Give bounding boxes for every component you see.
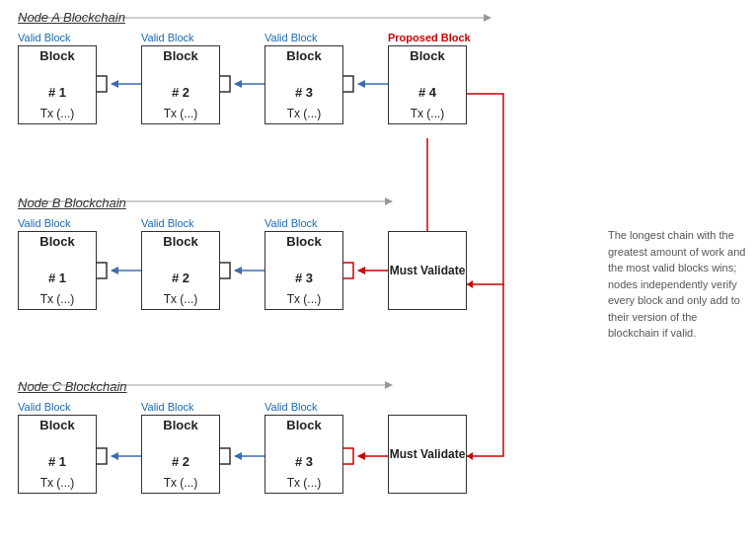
svg-marker-1 xyxy=(484,14,491,22)
block-c2: Block # 2 Tx (...) xyxy=(141,415,220,494)
svg-marker-26 xyxy=(467,280,473,288)
block-b3-valid-label: Valid Block xyxy=(265,213,318,231)
block-c3: Block # 3 Tx (...) xyxy=(265,415,343,494)
node-b-label: Node B Blockchain xyxy=(18,194,126,211)
block-b2-valid-label: Valid Block xyxy=(141,213,194,231)
node-c-label: Node C Blockchain xyxy=(18,377,127,395)
block-b2: Block # 2 Tx (...) xyxy=(141,231,220,310)
svg-marker-3 xyxy=(385,197,393,205)
block-a3: Block # 3 Tx (...) xyxy=(265,45,343,124)
block-b1-valid-label: Valid Block xyxy=(18,213,71,231)
block-a4-proposed-label: Proposed Block xyxy=(388,28,471,45)
block-a2-valid-label: Valid Block xyxy=(141,28,194,45)
side-note: The longest chain with the greatest amou… xyxy=(608,227,746,342)
block-c1: Block # 1 Tx (...) xyxy=(18,415,97,494)
svg-marker-5 xyxy=(385,381,393,389)
block-b3: Block # 3 Tx (...) xyxy=(265,231,343,310)
block-a3-valid-label: Valid Block xyxy=(265,28,318,45)
svg-marker-27 xyxy=(467,452,473,460)
block-c3-valid-label: Valid Block xyxy=(265,397,318,415)
block-a1-valid-label: Valid Block xyxy=(18,28,71,45)
block-c1-valid-label: Valid Block xyxy=(18,397,71,415)
must-validate-c: Must Validate xyxy=(388,415,467,494)
block-a1: Block # 1 Tx (...) xyxy=(18,45,97,124)
block-c2-valid-label: Valid Block xyxy=(141,397,194,415)
block-b1: Block # 1 Tx (...) xyxy=(18,231,97,310)
block-a4: Block # 4 Tx (...) xyxy=(388,45,467,124)
node-a-label: Node A Blockchain xyxy=(18,8,125,26)
must-validate-b: Must Validate xyxy=(388,231,467,310)
block-a2: Block # 2 Tx (...) xyxy=(141,45,220,124)
